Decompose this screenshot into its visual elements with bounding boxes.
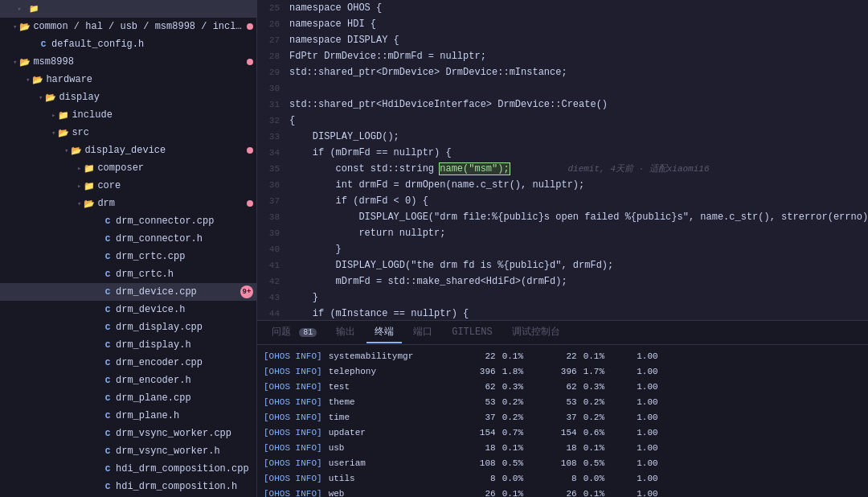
code-line: 25namespace OHOS { bbox=[257, 0, 868, 16]
log-n2: 154 bbox=[545, 428, 577, 437]
log-ratio: 1.00 bbox=[626, 489, 658, 498]
sidebar-item-drm_plane_cpp[interactable]: Cdrm_plane.cpp bbox=[0, 389, 256, 407]
tab-badge: 81 bbox=[299, 328, 317, 337]
line-number: 31 bbox=[257, 97, 289, 113]
log-n1: 26 bbox=[464, 489, 496, 498]
sidebar-item-drm_device_cpp[interactable]: Cdrm_device.cpp9+ bbox=[0, 283, 256, 301]
c-file-icon: C bbox=[101, 411, 114, 421]
log-line: [OHOS INFO]useriam1080.5%1080.5%1.00 bbox=[264, 455, 862, 470]
sidebar-item-hardware[interactable]: 📂hardware bbox=[0, 71, 256, 88]
tab-terminal[interactable]: 终端 bbox=[366, 322, 402, 343]
chevron-down-icon bbox=[13, 23, 17, 31]
tab-ports[interactable]: 端口 bbox=[405, 322, 440, 343]
sidebar-item-hdi_drm_composition_h[interactable]: Chdi_drm_composition.h bbox=[0, 478, 256, 495]
sidebar-item-drm_crtc_cpp[interactable]: Cdrm_crtc.cpp bbox=[0, 248, 256, 265]
chevron-right-icon bbox=[77, 164, 81, 173]
panel-terminal-content[interactable]: [OHOS INFO]systemabilitymgr220.1%220.1%1… bbox=[257, 345, 868, 497]
code-token: } bbox=[289, 244, 342, 255]
badge-dot bbox=[247, 200, 253, 207]
sidebar-item-include[interactable]: 📁include bbox=[0, 106, 256, 124]
sidebar-item-composer[interactable]: 📁composer bbox=[0, 159, 256, 177]
code-line: 42 mDrmFd = std::make_shared<HdiFd>(drmF… bbox=[257, 273, 868, 290]
folder-open-icon: 📂 bbox=[70, 146, 83, 156]
folder-open-icon: 📂 bbox=[57, 128, 70, 138]
sidebar-item-drm_encoder_h[interactable]: Cdrm_encoder.h bbox=[0, 372, 256, 389]
log-n1: 396 bbox=[464, 367, 496, 376]
sidebar-item-display[interactable]: 📂display bbox=[0, 88, 256, 106]
chevron-down-icon bbox=[39, 93, 43, 102]
sidebar-item-label: drm_plane.cpp bbox=[116, 392, 253, 404]
sidebar-item-label: drm_crtc.cpp bbox=[116, 251, 253, 262]
inline-annotation: diemit, 4天前 · 适配xiaomi16 bbox=[526, 164, 710, 174]
line-number: 25 bbox=[257, 0, 289, 16]
sidebar-item-label: display bbox=[59, 92, 253, 103]
line-content: DISPLAY_LOGD(); bbox=[289, 129, 868, 145]
line-content: namespace DISPLAY { bbox=[289, 32, 868, 48]
main-content: 25namespace OHOS {26namespace HDI {27nam… bbox=[257, 0, 868, 497]
log-n1: 22 bbox=[464, 351, 496, 361]
line-number: 28 bbox=[257, 48, 289, 64]
tab-gitlens[interactable]: GITLENS bbox=[444, 323, 500, 343]
c-file-icon: C bbox=[101, 340, 114, 350]
line-number: 36 bbox=[257, 177, 289, 193]
line-content: namespace HDI { bbox=[289, 16, 868, 32]
log-p1: 0.2% bbox=[502, 413, 538, 422]
sidebar-item-msm8998[interactable]: 📂msm8998 bbox=[0, 53, 256, 71]
log-p2: 0.1% bbox=[583, 351, 620, 361]
sidebar-item-label: default_config.h bbox=[51, 39, 253, 50]
code-line: 44 if (mInstance == nullptr) { bbox=[257, 306, 868, 320]
line-content: const std::string name("msm"); diemit, 4… bbox=[289, 161, 868, 177]
code-line: 30 bbox=[257, 80, 868, 97]
log-ratio: 1.00 bbox=[626, 382, 658, 392]
code-line: 29std::shared_ptr<DrmDevice> DrmDevice::… bbox=[257, 64, 868, 80]
log-tag: [OHOS INFO] bbox=[264, 382, 322, 392]
log-ratio: 1.00 bbox=[626, 443, 658, 453]
log-n1: 18 bbox=[464, 443, 496, 453]
sidebar-root[interactable]: 📁 bbox=[0, 0, 256, 18]
sidebar-item-drm_display_h[interactable]: Cdrm_display.h bbox=[0, 336, 256, 354]
sidebar-item-label: drm_display.cpp bbox=[116, 322, 253, 333]
folder-open-icon: 📂 bbox=[31, 75, 44, 85]
log-p1: 0.1% bbox=[502, 351, 538, 361]
sidebar-item-label: composer bbox=[97, 162, 253, 174]
c-file-icon: C bbox=[101, 393, 114, 403]
sidebar-item-drm_connector_cpp[interactable]: Cdrm_connector.cpp bbox=[0, 212, 256, 230]
sidebar-item-core[interactable]: 📁core bbox=[0, 177, 256, 195]
sidebar-item-drm_vsync_worker_cpp[interactable]: Cdrm_vsync_worker.cpp bbox=[0, 425, 256, 442]
sidebar-item-drm_vsync_worker_h[interactable]: Cdrm_vsync_worker.h bbox=[0, 442, 256, 460]
c-file-icon: C bbox=[101, 446, 114, 456]
line-content: std::shared_ptr<DrmDevice> DrmDevice::mI… bbox=[289, 64, 868, 80]
log-n2: 22 bbox=[545, 351, 577, 361]
code-line: 35 const std::string name("msm"); diemit… bbox=[257, 161, 868, 177]
sidebar-item-drm_encoder_cpp[interactable]: Cdrm_encoder.cpp bbox=[0, 354, 256, 372]
line-number: 34 bbox=[257, 145, 289, 161]
file-tree: 📁 📂common / hal / usb / msm8998 / includ… bbox=[0, 0, 257, 497]
sidebar-item-default_config[interactable]: Cdefault_config.h bbox=[0, 35, 256, 53]
log-n1: 62 bbox=[464, 382, 496, 392]
sidebar-item-common-hal[interactable]: 📂common / hal / usb / msm8998 / include bbox=[0, 18, 256, 35]
tab-output[interactable]: 输出 bbox=[328, 322, 363, 343]
log-p2: 0.1% bbox=[583, 489, 620, 498]
sidebar-item-drm_plane_h[interactable]: Cdrm_plane.h bbox=[0, 407, 256, 425]
tab-problems[interactable]: 问题 81 bbox=[264, 322, 325, 343]
sidebar-item-display_device[interactable]: 📂display_device bbox=[0, 142, 256, 159]
code-line: 41 DISPLAY_LOGD("the drm fd is %{public}… bbox=[257, 257, 868, 273]
log-n2: 62 bbox=[545, 382, 577, 392]
sidebar-item-hdi_drm_composition_cpp[interactable]: Chdi_drm_composition.cpp bbox=[0, 460, 256, 478]
sidebar-item-drm[interactable]: 📂drm bbox=[0, 195, 256, 212]
sidebar-item-drm_connector_h[interactable]: Cdrm_connector.h bbox=[0, 230, 256, 248]
code-editor[interactable]: 25namespace OHOS {26namespace HDI {27nam… bbox=[257, 0, 868, 320]
sidebar-item-drm_crtc_h[interactable]: Cdrm_crtc.h bbox=[0, 265, 256, 283]
chevron-right-icon bbox=[77, 182, 81, 191]
tab-test-console[interactable]: 调试控制台 bbox=[504, 322, 568, 343]
sidebar-item-drm_display_cpp[interactable]: Cdrm_display.cpp bbox=[0, 318, 256, 336]
log-n1: 108 bbox=[464, 458, 496, 468]
sidebar-item-drm_device_h[interactable]: Cdrm_device.h bbox=[0, 301, 256, 318]
log-name: web bbox=[329, 489, 457, 498]
log-n2: 108 bbox=[545, 458, 577, 468]
sidebar-item-src[interactable]: 📂src bbox=[0, 124, 256, 142]
code-token: } bbox=[289, 292, 318, 303]
chevron-down-icon bbox=[26, 76, 30, 84]
sidebar-item-label: drm_vsync_worker.cpp bbox=[116, 428, 253, 439]
line-number: 38 bbox=[257, 209, 289, 225]
